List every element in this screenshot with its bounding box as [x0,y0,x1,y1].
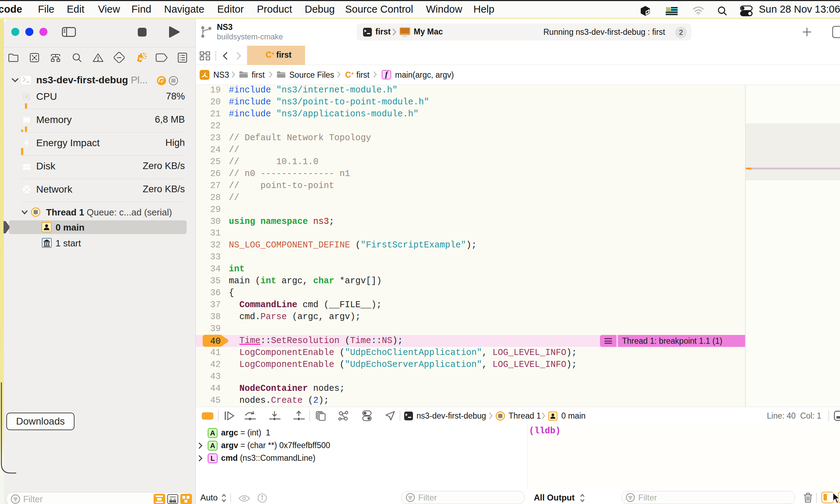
svg-text:40: 40 [210,336,221,347]
